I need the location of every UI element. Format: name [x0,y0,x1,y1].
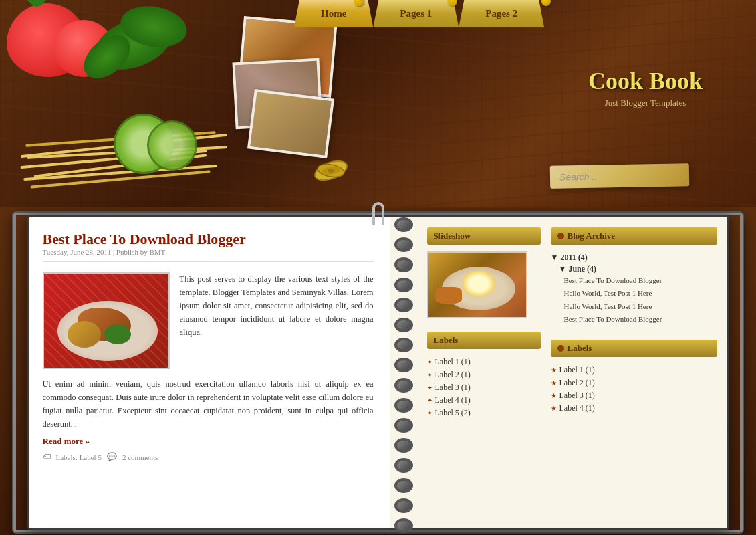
label-item: ★ Label 2 (1) [551,377,717,389]
archive-title: Blog Archive [551,227,717,245]
label-link[interactable]: Label 2 (1) [559,378,595,388]
archive-title-dot [557,233,564,239]
post-title[interactable]: Best Place To Download Blogger [43,231,246,247]
label-link[interactable]: Label 2 (1) [435,370,471,380]
nav-pages2[interactable]: Pages 2 [459,0,544,27]
post-labels: Labels: Label 5 [56,453,102,461]
labels-title-middle: Labels [427,332,541,349]
archive-post: Best Place To Download Blogger [551,313,717,326]
nav: Home Pages 1 Pages 2 [294,0,544,27]
label-item: ★ Label 4 (1) [551,402,717,415]
post-content-row: This post serves to display the various … [43,272,374,369]
spiral-pasta-decoration [307,147,354,194]
search-area [550,165,689,187]
slideshow-image [427,251,527,318]
label-link[interactable]: Label 4 (1) [559,403,595,413]
svg-point-3 [328,169,334,173]
labels-list-right: ★ Label 1 (1) ★ Label 2 (1) ★ Label 3 (1… [551,364,717,415]
label-link[interactable]: Label 1 (1) [435,357,471,367]
label-item: ★ Label 3 (1) [551,389,717,402]
label-icon: 🏷 [43,452,51,462]
label-link[interactable]: Label 3 (1) [559,391,595,401]
label-item: ✦ Label 4 (1) [427,394,541,407]
label-item: ★ Label 1 (1) [551,364,717,377]
search-paper [550,163,690,189]
post-comments: 2 comments [122,453,158,461]
slideshow-title: Slideshow [427,227,541,245]
post-footer: 🏷 Labels: Label 5 💬 2 comments [43,452,374,462]
leaves-decoration [80,0,214,100]
left-page: Best Place To Download Blogger Tuesday, … [29,217,390,528]
notebook-wrapper: Best Place To Download Blogger Tuesday, … [0,207,756,535]
notebook-border: Best Place To Download Blogger Tuesday, … [13,213,743,532]
archive-month[interactable]: ▼ June (4) [551,264,717,274]
post-excerpt-short: This post serves to display the various … [180,272,374,369]
labels-title-right: Labels [551,340,717,357]
post-meta: Tuesday, June 28, 2011 | Publish by BMT [43,248,374,262]
main-wrapper: Best Place To Download Blogger Tuesday, … [0,207,756,535]
archive-post-link[interactable]: Hello World, Test Post 1 Here [564,289,652,297]
labels-section-middle: Labels ✦ Label 1 (1) ✦ Label 2 (1) [427,332,541,419]
nav-pages1[interactable]: Pages 1 [373,0,459,27]
read-more-link[interactable]: Read more » [43,436,90,447]
label-item: ✦ Label 1 (1) [427,356,541,368]
cucumber-decoration [114,120,221,174]
archive-section: Blog Archive ▼ 2011 (4) ▼ June (4) Best … [551,227,717,326]
post-image [43,272,170,369]
header: Home Pages 1 Pages 2 Cook Book Just Blog… [0,0,756,207]
labels-title-dot [557,345,564,352]
comment-icon: 💬 [107,452,117,462]
label-link[interactable]: Label 5 (2) [435,408,471,418]
labels-list-middle: ✦ Label 1 (1) ✦ Label 2 (1) ✦ Label 3 (1… [427,356,541,419]
archive-year[interactable]: ▼ 2011 (4) [551,251,717,264]
archive-post: Best Place To Download Blogger [551,274,717,287]
label-item: ✦ Label 2 (1) [427,368,541,381]
post-body: Ut enim ad minim veniam, quis nostrud ex… [43,377,374,431]
label-link[interactable]: Label 4 (1) [435,395,471,405]
archive-post: Hello World, Test Post 1 Here [551,300,717,313]
spiral-binding [390,211,417,534]
label-link[interactable]: Label 3 (1) [435,383,471,393]
labels-section-right: Labels ★ Label 1 (1) ★ Label 2 (1) [551,340,717,415]
right-page: Slideshow Labels [390,217,727,528]
search-input[interactable] [559,169,680,182]
site-subtitle: Just Blogger Templates [588,98,703,108]
site-title-area: Cook Book Just Blogger Templates [588,67,703,108]
archive-post-link[interactable]: Best Place To Download Blogger [564,315,662,323]
archive-post-link[interactable]: Hello World, Test Post 1 Here [564,302,652,310]
food-decoration [0,0,374,207]
photo-stack [227,20,334,154]
archive-list: ▼ 2011 (4) ▼ June (4) Best Place To Down… [551,251,717,326]
label-item: ✦ Label 5 (2) [427,407,541,419]
slideshow-section: Slideshow [427,227,541,318]
label-item: ✦ Label 3 (1) [427,381,541,394]
paper-clip-top [372,202,384,225]
notebook: Best Place To Download Blogger Tuesday, … [27,215,729,530]
archive-post-link[interactable]: Best Place To Download Blogger [564,276,662,284]
label-link[interactable]: Label 1 (1) [559,365,595,375]
right-column: Blog Archive ▼ 2011 (4) ▼ June (4) Best … [551,227,717,518]
site-title: Cook Book [588,67,703,95]
archive-post: Hello World, Test Post 1 Here [551,287,717,300]
middle-column: Slideshow Labels [427,227,541,518]
